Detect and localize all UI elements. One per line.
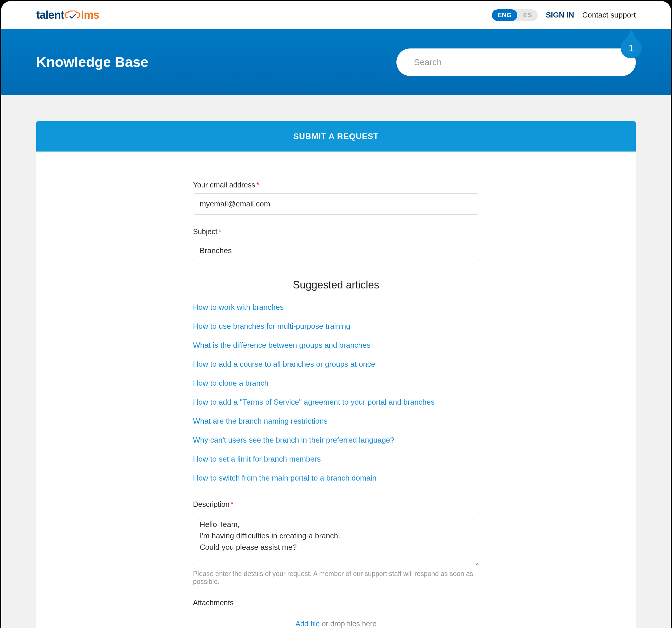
list-item: Why can't users see the branch in their … [193, 436, 479, 445]
list-item: How to work with branches [193, 303, 479, 312]
suggested-articles-list: How to work with branches How to use bra… [193, 303, 479, 483]
kb-header: Knowledge Base [1, 29, 671, 95]
suggested-link[interactable]: How to use branches for multi-purpose tr… [193, 322, 350, 331]
list-item: What are the branch naming restrictions [193, 417, 479, 426]
suggested-link[interactable]: Why can't users see the branch in their … [193, 436, 394, 444]
contact-support-link[interactable]: Contact support [582, 10, 636, 20]
list-item: What is the difference between groups an… [193, 341, 479, 350]
lang-eng[interactable]: ENG [492, 9, 518, 21]
description-group: Description* Please enter the details of… [193, 500, 479, 586]
attachments-dropzone[interactable]: Add file or drop files here [193, 611, 479, 628]
list-item: How to switch from the main portal to a … [193, 474, 479, 483]
attachments-group: Attachments Add file or drop files here [193, 599, 479, 628]
description-field[interactable] [193, 513, 479, 565]
description-hint: Please enter the details of your request… [193, 570, 479, 586]
card-title: SUBMIT A REQUEST [36, 121, 636, 151]
suggested-link[interactable]: What are the branch naming restrictions [193, 417, 328, 426]
list-item: How to set a limit for branch members [193, 455, 479, 464]
suggested-link[interactable]: How to work with branches [193, 303, 284, 312]
suggested-link[interactable]: How to add a course to all branches or g… [193, 360, 375, 368]
top-nav: talent lms ENG ES SIGN IN Contact suppor… [1, 1, 671, 29]
cloud-icon [65, 10, 80, 20]
suggested-articles-title: Suggested articles [193, 279, 479, 291]
email-field[interactable] [193, 193, 479, 215]
email-label-text: Your email address [193, 181, 255, 189]
add-file-link[interactable]: Add file [295, 620, 320, 628]
description-label: Description* [193, 500, 479, 509]
email-label: Your email address* [193, 181, 479, 189]
attachments-label: Attachments [193, 599, 479, 607]
logo-text-1: talent [36, 9, 64, 21]
logo-text-2: lms [81, 9, 99, 21]
logo[interactable]: talent lms [36, 9, 99, 21]
email-group: Your email address* [193, 181, 479, 215]
search-wrap [397, 48, 636, 76]
lang-es[interactable]: ES [517, 9, 537, 21]
subject-label: Subject* [193, 227, 479, 236]
top-nav-right: ENG ES SIGN IN Contact support [492, 9, 636, 21]
sign-in-link[interactable]: SIGN IN [546, 10, 574, 20]
list-item: How to add a "Terms of Service" agreemen… [193, 397, 479, 407]
required-marker: * [256, 181, 259, 189]
list-item: How to use branches for multi-purpose tr… [193, 322, 479, 331]
language-toggle[interactable]: ENG ES [492, 9, 538, 21]
suggested-link[interactable]: What is the difference between groups an… [193, 341, 370, 349]
card-body: Your email address* Subject* Suggested a… [36, 151, 636, 628]
request-form: Your email address* Subject* Suggested a… [193, 181, 479, 628]
suggested-link[interactable]: How to add a "Terms of Service" agreemen… [193, 397, 435, 406]
subject-field[interactable] [193, 240, 479, 261]
card-wrap: SUBMIT A REQUEST Your email address* Sub… [1, 95, 671, 628]
annotation-bubble-1: 1 [621, 38, 642, 58]
app-window: talent lms ENG ES SIGN IN Contact suppor… [0, 0, 672, 628]
suggested-link[interactable]: How to clone a branch [193, 379, 269, 387]
search-input[interactable] [397, 48, 636, 76]
page-title: Knowledge Base [36, 54, 148, 70]
description-label-text: Description [193, 500, 230, 508]
required-marker: * [218, 227, 221, 236]
request-card: SUBMIT A REQUEST Your email address* Sub… [36, 121, 636, 628]
required-marker: * [231, 500, 234, 508]
drop-files-text: or drop files here [320, 620, 377, 628]
subject-label-text: Subject [193, 227, 217, 236]
list-item: How to clone a branch [193, 379, 479, 388]
subject-group: Subject* [193, 227, 479, 261]
list-item: How to add a course to all branches or g… [193, 360, 479, 369]
suggested-link[interactable]: How to switch from the main portal to a … [193, 474, 377, 482]
suggested-link[interactable]: How to set a limit for branch members [193, 455, 321, 463]
